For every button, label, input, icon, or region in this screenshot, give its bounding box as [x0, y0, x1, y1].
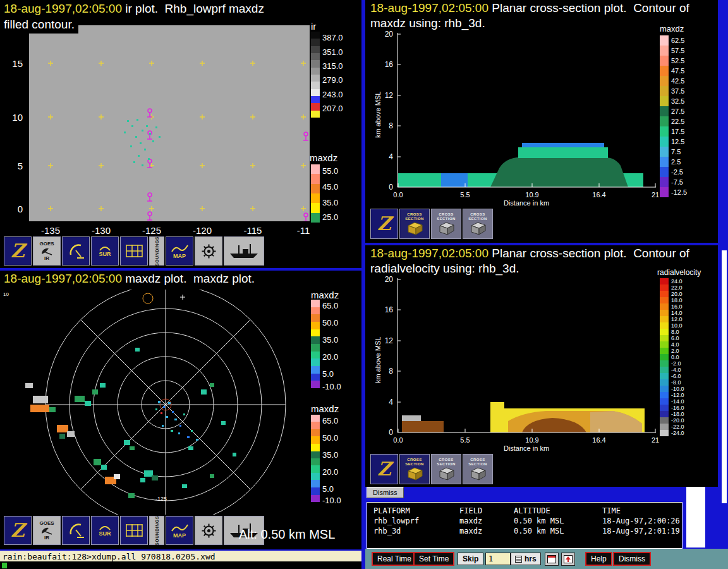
- cb-tick: 65.0: [322, 301, 338, 310]
- status-table-header: PLATFORMFIELDALTITUDETIME: [367, 506, 682, 516]
- cross-section-button[interactable]: CROSS SECTION: [463, 209, 493, 239]
- maxdz-cb-tick: 55.0: [322, 166, 338, 176]
- grid-icon: [124, 243, 143, 259]
- cb-tick: 50.0: [322, 433, 338, 443]
- grid-icon: [124, 523, 143, 538]
- cross-section-button-active[interactable]: CROSS SECTION: [399, 454, 430, 484]
- latlon-grid-marks: [48, 61, 306, 66]
- options-button[interactable]: [195, 516, 222, 545]
- surveillance-button[interactable]: SUR: [91, 236, 119, 266]
- soundings-button[interactable]: SOUNDINGS: [149, 236, 164, 266]
- options-button[interactable]: [195, 236, 222, 266]
- ir-colorbar: [311, 32, 320, 118]
- dismiss-button[interactable]: Dismiss: [613, 552, 651, 566]
- map-overlay-button[interactable]: MAP: [166, 236, 193, 266]
- gear-icon: [200, 243, 217, 260]
- xs-maxdz-cb-label: maxdz: [660, 24, 684, 34]
- ppi-timestamp: 18-aug-1997,02:05:00: [4, 272, 122, 285]
- ship-track-markers: [147, 109, 308, 221]
- latlon-grid-marks: [48, 163, 306, 168]
- ir-cb-tick: 387.0: [322, 33, 343, 42]
- x-tick: -120: [188, 225, 216, 236]
- list-scrollbar-thumb[interactable]: [686, 487, 705, 548]
- ppi-colorbar1-label: maxdz: [311, 290, 339, 300]
- cross-section-button[interactable]: CROSS SECTION: [431, 209, 461, 239]
- panel-divider: [0, 268, 361, 271]
- time-adjust-button-2[interactable]: [561, 553, 575, 566]
- grid-overlay-button[interactable]: [120, 236, 148, 266]
- y-tick: 12: [379, 91, 393, 100]
- cube-icon: [437, 467, 455, 480]
- y-tick: 0: [379, 183, 393, 192]
- zebra-menu-button[interactable]: Z: [370, 454, 398, 484]
- cb-tick: 65.0: [322, 416, 338, 425]
- x-tick: -130: [87, 225, 115, 236]
- radar-echo-speckles: [124, 119, 161, 166]
- x-tick: 16.4: [590, 191, 608, 199]
- cube-icon: [469, 221, 487, 235]
- cb-tick: -10.0: [322, 496, 341, 505]
- reference-cross: [180, 295, 185, 300]
- ir-cb-tick: 279.0: [322, 75, 343, 85]
- ship-icon: [226, 242, 262, 260]
- y-tick: 15: [8, 58, 23, 69]
- goes-ir-button[interactable]: GOES IR: [33, 236, 61, 266]
- y-tick: 20: [379, 30, 393, 39]
- y-tick: 0: [379, 428, 393, 437]
- real-time-button[interactable]: Real Time: [372, 552, 417, 566]
- zebra-menu-button[interactable]: Z: [370, 209, 398, 239]
- time-adjust-button-1[interactable]: [545, 553, 559, 566]
- cube-icon: [437, 221, 455, 235]
- goes-ir-button[interactable]: GOES IR: [33, 516, 61, 545]
- x-tick: 5.5: [456, 191, 474, 199]
- skip-button[interactable]: Skip: [458, 553, 483, 565]
- zebra-logo-icon: Z: [11, 242, 25, 260]
- cb-tick: 5.0: [322, 484, 334, 494]
- x-axis-label: Distance in km: [485, 444, 567, 452]
- xs-vel-toolbar: Z CROSS SECTION CROSS SECTION CROSS SECT…: [370, 454, 493, 484]
- soundings-button[interactable]: SOUNDINGS: [149, 516, 164, 545]
- dismiss-panel-button[interactable]: Dismiss: [367, 487, 404, 498]
- y-tick: 5: [8, 161, 23, 171]
- xsection-maxdz-window: 18-aug-1997,02:05:00 Planar cross-sectio…: [365, 0, 718, 243]
- set-time-button[interactable]: Set Time: [413, 552, 454, 566]
- zebra-menu-button[interactable]: Z: [4, 516, 32, 545]
- ir-title-text: ir plot. Rhb_lowprf maxdz: [122, 2, 264, 15]
- xsection-velocity-window: 18-aug-1997,02:05:00 Planar cross-sectio…: [365, 245, 718, 487]
- map-overlay-button[interactable]: MAP: [166, 516, 193, 545]
- ir-cb-tick: 243.0: [322, 90, 343, 99]
- x-tick: 10.9: [523, 436, 541, 444]
- ppi-range-label: -125: [155, 496, 167, 502]
- window-scrollbar[interactable]: [722, 250, 727, 503]
- maxdz-cb-tick: 45.0: [322, 182, 338, 192]
- cross-section-button[interactable]: CROSS SECTION: [431, 454, 461, 484]
- xs-maxdz-colorbar: 62.557.552.547.542.537.532.527.522.517.5…: [660, 35, 687, 197]
- status-table-body: rhb_lowprfmaxdz0.50 km MSL18-Aug-97,2:00…: [367, 516, 682, 536]
- y-tick: 16: [379, 305, 393, 314]
- radar-button[interactable]: [62, 236, 90, 266]
- sweep-arc-icon: [99, 245, 111, 251]
- ship-platform-button[interactable]: [224, 236, 264, 266]
- window-widget-icon: [547, 555, 556, 563]
- ppi-plot-title: 18-aug-1997,02:05:00 maxdz plot. maxdz p…: [4, 272, 255, 286]
- ir-cb-tick: 207.0: [322, 104, 343, 113]
- help-button[interactable]: Help: [585, 552, 612, 566]
- arrow-widget-icon: [564, 555, 573, 563]
- surveillance-button[interactable]: SUR: [91, 516, 119, 545]
- skip-value-input[interactable]: [485, 553, 511, 565]
- x-tick: 0.0: [389, 436, 407, 444]
- cross-section-button[interactable]: CROSS SECTION: [463, 454, 493, 484]
- xs-vel-colorbar: 24.022.020.018.016.014.012.010.08.06.04.…: [660, 278, 684, 436]
- radar-button[interactable]: [62, 516, 90, 545]
- ppi-title-text: maxdz plot. maxdz plot.: [122, 272, 255, 285]
- zebra-menu-button[interactable]: Z: [4, 236, 32, 266]
- y-tick: 10: [8, 112, 23, 123]
- xs-vel-title-text: Planar cross-section plot. Contour of: [488, 247, 689, 260]
- cube-icon: [406, 467, 423, 480]
- time-units-dropdown[interactable]: hrs: [511, 553, 541, 565]
- maxdz-cb-tick: 35.0: [322, 198, 338, 207]
- cross-section-button-active[interactable]: CROSS SECTION: [399, 209, 430, 239]
- grid-overlay-button[interactable]: [120, 516, 148, 545]
- xs-vel-plot: [397, 278, 657, 435]
- ir-plot-title: 18-aug-1997,02:05:00 ir plot. Rhb_lowprf…: [4, 2, 264, 16]
